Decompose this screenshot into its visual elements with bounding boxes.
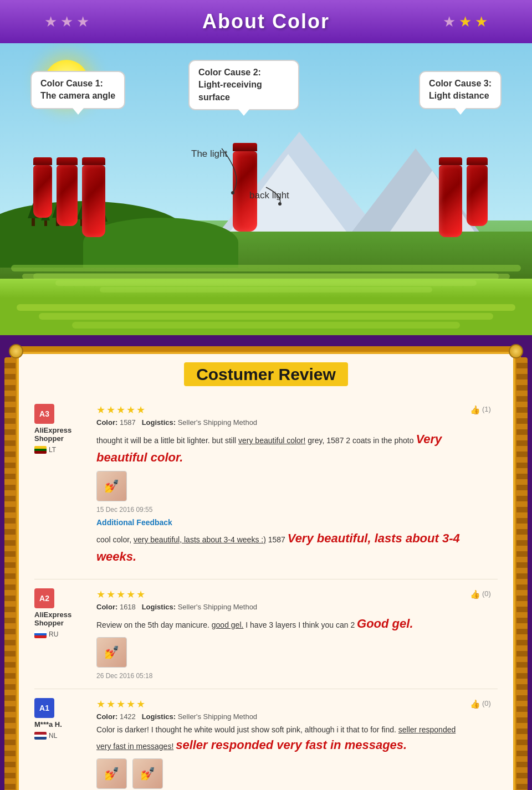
review-highlight: Good gel. [357,617,413,630]
reviewer-info: A2 AliExpressShopper RU [34,588,90,680]
back-light-label: back light [249,190,289,201]
reviewer-name: AliExpressShopper [34,611,71,627]
nail-bottle [57,157,78,237]
star-icon: ★ [459,13,472,30]
nail-bottle [82,157,105,237]
star-rating: ★ ★ ★ ★ ★ [96,588,463,601]
review-title-area: Costumer Review [34,365,498,384]
callout-color-cause-3: Color Cause 3: Light distance [419,71,502,109]
corner-bolt-tl [9,344,23,358]
helpful-count[interactable]: 👍 (0) [470,588,498,680]
review-image: 💅 [96,637,127,668]
banner-stars-left: ★ ★ ★ [44,13,89,30]
review-text: Review on the 5th day manicure. good gel… [96,614,463,633]
star-icon: ★ [443,13,456,30]
review-date: 15 Dec 2016 09:55 [96,506,463,514]
avatar: A3 [34,404,54,424]
helpful-count[interactable]: 👍 (1) [470,404,498,570]
review-text: thought it will be a little bit lighter.… [96,430,463,466]
review-content: ★ ★ ★ ★ ★ Color: 1618 Logistics: Seller'… [96,588,463,680]
additional-feedback-text: cool color, very beautiful, lasts about … [96,529,463,566]
nail-bottle [439,157,462,237]
wood-deco-right [516,357,528,790]
review-item: A2 AliExpressShopper RU ★ ★ ★ ★ ★ [34,579,498,689]
thumbs-up-icon: 👍 [470,405,480,415]
wood-deco-left [4,357,16,790]
reviewer-info: A3 AliExpressShopper LT [34,404,90,570]
wood-frame-outer: Costumer Review A3 AliExpressShopper LT … [11,346,521,790]
review-meta: Color: 1422 Logistics: Seller's Shipping… [96,712,463,721]
star-rating: ★ ★ ★ ★ ★ [96,404,463,416]
thumbs-up-icon: 👍 [470,699,480,709]
review-section: Costumer Review A3 AliExpressShopper LT … [0,335,532,790]
review-images: 💅 [96,637,463,668]
reviewer-name: M***a H. [34,720,62,729]
avatar: A2 [34,588,54,608]
flag-icon-nl [34,732,47,740]
review-image: 💅 [96,471,127,501]
helpful-number: (0) [482,699,491,707]
review-content: ★ ★ ★ ★ ★ Color: 1587 Logistics: Seller'… [96,404,463,570]
nail-bottle [33,157,52,237]
color-cause-scene: Color Cause 1: The camera angle Color Ca… [0,43,532,298]
helpful-count[interactable]: 👍 (0) [470,698,498,790]
nail-bottles-right [439,157,488,237]
flag-icon-ru [34,630,47,638]
nail-bottles-left [33,157,105,237]
review-text: Color is darker! I thought he white woul… [96,724,463,754]
thumbs-up-icon: 👍 [470,589,480,599]
star-icon: ★ [76,13,89,30]
star-icon: ★ [60,13,73,30]
helpful-number: (1) [482,405,491,413]
corner-bolt-tr [509,344,523,358]
review-title: Costumer Review [184,362,348,386]
nail-bottle [467,157,488,237]
reviewer-name: AliExpressShopper [34,426,71,443]
additional-feedback-label: Additional Feedback [96,518,463,527]
review-item: A3 AliExpressShopper LT ★ ★ ★ ★ ★ [34,395,498,579]
review-date: 26 Dec 2016 05:18 [96,672,463,680]
road-lines [0,273,532,294]
top-banner: ★ ★ ★ About Color ★ ★ ★ [0,0,532,43]
nail-bottle-center [233,143,257,232]
review-highlight: seller responded very fast in messages. [176,738,407,752]
country-flag: LT [34,446,56,454]
banner-stars-right: ★ ★ ★ [443,13,488,30]
review-image: 💅 [132,758,163,789]
review-inner-frame: Costumer Review A3 AliExpressShopper LT … [19,354,513,790]
country-flag: NL [34,732,57,740]
review-meta: Color: 1618 Logistics: Seller's Shipping… [96,603,463,611]
review-images: 💅 💅 [96,758,463,789]
helpful-number: (0) [482,589,491,598]
review-images: 💅 [96,471,463,501]
star-icon: ★ [44,13,57,30]
country-flag: RU [34,630,58,638]
review-meta: Color: 1587 Logistics: Seller's Shipping… [96,418,463,427]
flag-icon-lt [34,446,47,454]
callout-color-cause-1: Color Cause 1: The camera angle [30,71,125,109]
lime-strip-area [0,298,532,335]
avatar: A1 [34,698,54,718]
reviewer-info: A1 M***a H. NL [34,698,90,790]
review-image: 💅 [96,758,127,789]
review-item: A1 M***a H. NL ★ ★ ★ ★ ★ [34,689,498,790]
star-icon: ★ [475,13,488,30]
callout-color-cause-2: Color Cause 2: Light-receiving surface [188,60,299,110]
review-content: ★ ★ ★ ★ ★ Color: 1422 Logistics: Seller'… [96,698,463,790]
the-light-label: The light [191,148,227,160]
star-rating: ★ ★ ★ ★ ★ [96,698,463,710]
